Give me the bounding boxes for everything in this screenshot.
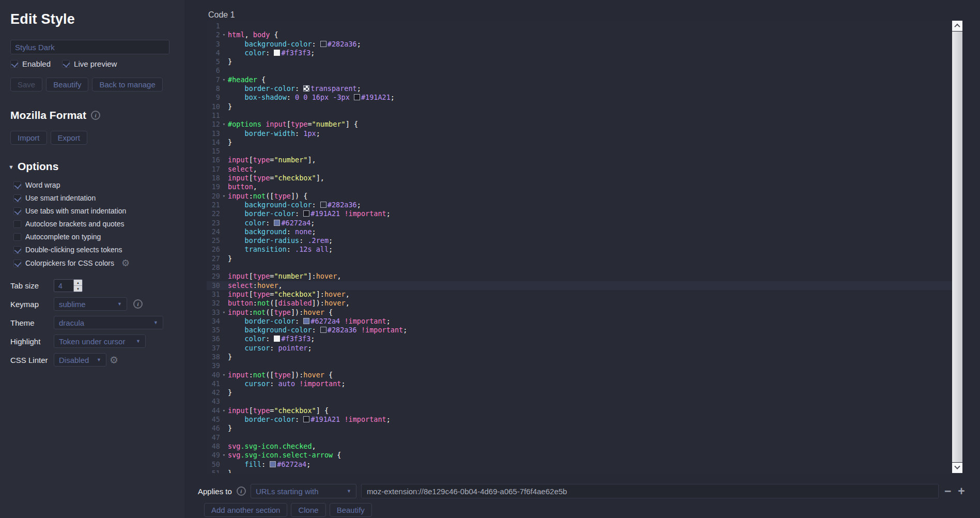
- code-text[interactable]: border-color: #191A21 !important;: [228, 415, 391, 424]
- color-swatch[interactable]: [303, 85, 309, 92]
- code-line[interactable]: 49▾svg.svg-icon.select-arrow {: [207, 451, 952, 460]
- checkbox-colorpickers-for-css-colors[interactable]: Colorpickers for CSS colors⚙: [13, 258, 174, 268]
- code-line[interactable]: 24 background: none;: [207, 227, 952, 236]
- color-swatch[interactable]: [320, 202, 326, 208]
- code-line[interactable]: 7▾#header {: [207, 75, 952, 84]
- fold-arrow-icon[interactable]: ▾: [220, 120, 228, 129]
- code-text[interactable]: }: [228, 353, 232, 361]
- gear-icon[interactable]: ⚙: [110, 355, 118, 365]
- code-text[interactable]: }: [228, 388, 232, 397]
- checkbox-box[interactable]: [13, 246, 21, 254]
- add-another-section-button[interactable]: Add another section: [204, 503, 287, 517]
- code-text[interactable]: input:not([type]):hover {: [228, 308, 333, 317]
- code-line[interactable]: 28: [207, 263, 952, 272]
- code-text[interactable]: background-color: #282a36;: [228, 40, 361, 49]
- fold-arrow-icon[interactable]: ▾: [220, 75, 228, 84]
- fold-arrow-icon[interactable]: ▾: [220, 406, 228, 415]
- code-text[interactable]: html, body {: [228, 31, 278, 39]
- code-text[interactable]: border-width: 1px;: [228, 129, 320, 138]
- code-line[interactable]: 16input[type="number"],: [207, 156, 952, 164]
- code-text[interactable]: select:hover,: [228, 281, 283, 290]
- code-text[interactable]: border-color: #191A21 !important;: [228, 209, 391, 218]
- code-line[interactable]: 47: [207, 433, 952, 442]
- checkbox-box[interactable]: [10, 60, 18, 68]
- code-text[interactable]: }: [228, 254, 232, 263]
- code-text[interactable]: border-color: #6272a4 !important;: [228, 317, 391, 326]
- highlight-select[interactable]: Token under cursor▼: [54, 334, 146, 348]
- code-text[interactable]: input:not([type]) {: [228, 192, 307, 201]
- code-text[interactable]: input[type="checkbox"] {: [228, 406, 329, 415]
- info-icon[interactable]: i: [133, 299, 143, 309]
- number-spinner[interactable]: ▲▼: [73, 280, 82, 292]
- code-line[interactable]: 15: [207, 147, 952, 156]
- code-line[interactable]: 2▾html, body {: [207, 31, 952, 39]
- code-line[interactable]: 44▾input[type="checkbox"] {: [207, 406, 952, 415]
- fold-arrow-icon[interactable]: ▾: [220, 192, 228, 201]
- code-text[interactable]: border-color: transparent;: [228, 84, 361, 93]
- code-line[interactable]: 42}: [207, 388, 952, 397]
- code-text[interactable]: input[type="checkbox"],: [228, 174, 324, 182]
- code-text[interactable]: input[type="checkbox"]:hover,: [228, 290, 350, 299]
- add-applies-to-button[interactable]: +: [957, 485, 966, 497]
- fold-arrow-icon[interactable]: ▾: [220, 451, 228, 460]
- code-line[interactable]: 21 background-color: #282a36;: [207, 201, 952, 209]
- theme-select[interactable]: dracula▼: [54, 316, 163, 329]
- keymap-select[interactable]: sublime▼: [54, 297, 127, 311]
- back-to-manage-button[interactable]: Back to manage: [92, 78, 162, 92]
- checkbox-autoclose-brackets-and-quotes[interactable]: Autoclose brackets and quotes: [13, 220, 174, 228]
- checkbox-live-preview[interactable]: Live preview: [62, 59, 117, 68]
- code-text[interactable]: input[type="number"]:hover,: [228, 272, 341, 281]
- checkbox-box[interactable]: [13, 181, 21, 189]
- code-line[interactable]: 39: [207, 361, 952, 370]
- checkbox-box[interactable]: [13, 207, 21, 215]
- checkbox-box[interactable]: [13, 194, 21, 202]
- code-line[interactable]: 27}: [207, 254, 952, 263]
- code-line[interactable]: 17select,: [207, 165, 952, 174]
- code-line[interactable]: 13 border-width: 1px;: [207, 129, 952, 138]
- import-button[interactable]: Import: [10, 131, 47, 145]
- code-line[interactable]: 3 background-color: #282a36;: [207, 40, 952, 49]
- code-line[interactable]: 14}: [207, 138, 952, 147]
- code-text[interactable]: #header {: [228, 75, 266, 84]
- gear-icon[interactable]: ⚙: [121, 258, 130, 268]
- scrollbar-down-button[interactable]: [952, 463, 962, 473]
- checkbox-box[interactable]: [13, 233, 21, 241]
- code-text[interactable]: border-radius: .2rem;: [228, 236, 333, 245]
- code-line[interactable]: 11: [207, 111, 952, 120]
- code-text[interactable]: background-color: #282a36;: [228, 201, 361, 209]
- code-line[interactable]: 41 cursor: auto !important;: [207, 379, 952, 388]
- code-line[interactable]: 23 color: #6272a4;: [207, 219, 952, 227]
- code-text[interactable]: background-color: #282a36 !important;: [228, 326, 407, 334]
- code-line[interactable]: 10}: [207, 102, 952, 111]
- checkbox-use-tabs-with-smart-indentation[interactable]: Use tabs with smart indentation: [13, 207, 174, 215]
- code-text[interactable]: cursor: pointer;: [228, 344, 312, 353]
- code-line[interactable]: 1: [207, 22, 952, 31]
- code-line[interactable]: 34 border-color: #6272a4 !important;: [207, 317, 952, 326]
- code-line[interactable]: 29input[type="number"]:hover,: [207, 272, 952, 281]
- code-text[interactable]: input[type="number"],: [228, 156, 316, 164]
- code-line[interactable]: 30select:hover,: [207, 281, 952, 290]
- code-line[interactable]: 9 box-shadow: 0 0 16px -3px #191A21;: [207, 93, 952, 102]
- code-line[interactable]: 19button,: [207, 182, 952, 191]
- code-text[interactable]: }: [228, 469, 232, 473]
- code-line[interactable]: 38}: [207, 353, 952, 361]
- color-swatch[interactable]: [274, 50, 280, 56]
- code-line[interactable]: 25 border-radius: .2rem;: [207, 236, 952, 245]
- beautify-button[interactable]: Beautify: [330, 503, 372, 517]
- fold-arrow-icon[interactable]: ▾: [220, 308, 228, 317]
- code-text[interactable]: }: [228, 138, 232, 147]
- code-text[interactable]: cursor: auto !important;: [228, 379, 346, 388]
- color-swatch[interactable]: [303, 318, 309, 324]
- code-line[interactable]: 35 background-color: #282a36 !important;: [207, 326, 952, 334]
- checkbox-box[interactable]: [13, 260, 21, 267]
- code-line[interactable]: 48svg.svg-icon.checked,: [207, 442, 952, 451]
- color-swatch[interactable]: [274, 336, 280, 342]
- checkbox-box[interactable]: [62, 60, 70, 68]
- code-line[interactable]: 18input[type="checkbox"],: [207, 174, 952, 182]
- code-text[interactable]: input:not([type]):hover {: [228, 371, 333, 379]
- color-swatch[interactable]: [270, 461, 276, 467]
- checkbox-autocomplete-on-typing[interactable]: Autocomplete on typing: [13, 233, 174, 241]
- code-text[interactable]: fill: #6272a4;: [228, 460, 310, 469]
- code-text[interactable]: select,: [228, 165, 257, 174]
- code-text[interactable]: #options input[type="number"] {: [228, 120, 358, 129]
